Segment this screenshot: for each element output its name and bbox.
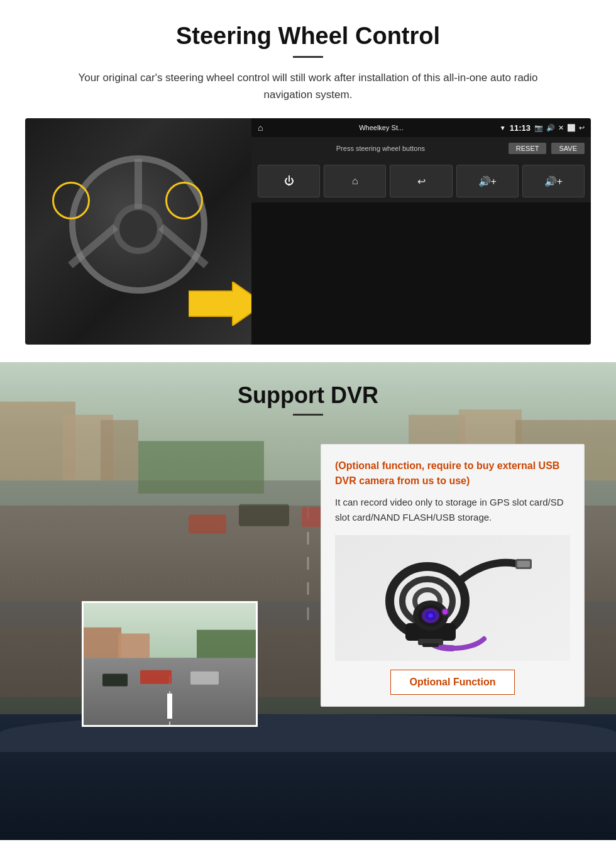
hu-main-area — [251, 202, 591, 345]
hu-close-icon: ✕ — [558, 124, 564, 132]
svg-rect-9 — [138, 441, 264, 494]
hu-press-label: Press steering wheel buttons — [258, 145, 503, 152]
dvr-section: Support DVR — [0, 362, 616, 840]
hu-time: 11:13 — [510, 123, 531, 133]
svg-rect-33 — [517, 561, 530, 567]
dvr-title: Support DVR — [0, 362, 616, 409]
hu-save-button[interactable]: SAVE — [551, 143, 585, 154]
hu-key-vol-up2[interactable]: 🔊+ — [522, 165, 585, 197]
svg-rect-23 — [118, 634, 150, 658]
svg-rect-24 — [197, 630, 256, 658]
steering-section: Steering Wheel Control Your original car… — [0, 0, 616, 362]
hu-appname: Wheelkey St... — [267, 124, 495, 131]
svg-rect-15 — [239, 504, 289, 526]
dvr-camera-image — [335, 535, 570, 661]
hu-key-vol-up[interactable]: 🔊+ — [456, 165, 519, 197]
dvr-info-card: (Optional function, require to buy exter… — [321, 444, 585, 707]
svg-line-2 — [161, 227, 206, 265]
steering-title: Steering Wheel Control — [25, 23, 591, 50]
dvr-dashboard — [0, 714, 616, 840]
svg-rect-8 — [101, 420, 138, 480]
steering-title-divider — [293, 56, 323, 58]
steering-wheel-photo — [25, 118, 251, 345]
svg-rect-22 — [84, 628, 121, 658]
head-unit-ui: ⌂ Wheelkey St... ▼ 11:13 📷 🔊 ✕ ⬜ ↩ Press… — [251, 118, 591, 345]
hu-signal-icon: ▼ — [500, 124, 506, 131]
hu-key-power[interactable]: ⏻ — [258, 165, 320, 197]
svg-rect-14 — [189, 515, 226, 534]
hu-statusbar: ⌂ Wheelkey St... ▼ 11:13 📷 🔊 ✕ ⬜ ↩ — [251, 118, 591, 137]
hu-buttons-row: ⏻ ⌂ ↩ 🔊+ 🔊+ — [251, 160, 591, 202]
dvr-optional-text: (Optional function, require to buy exter… — [335, 458, 570, 489]
hu-volume-icon: 🔊 — [546, 124, 555, 132]
svg-rect-26 — [102, 674, 128, 687]
hu-camera-icon: 📷 — [534, 124, 543, 132]
svg-rect-27 — [140, 670, 172, 684]
svg-point-39 — [428, 614, 433, 618]
optional-function-button[interactable]: Optional Function — [390, 670, 515, 695]
arrow-svg — [189, 282, 251, 326]
hu-window-icon: ⬜ — [567, 124, 576, 132]
hu-toolbar: Press steering wheel buttons RESET SAVE — [251, 137, 591, 160]
hu-status-icons: 📷 🔊 ✕ ⬜ ↩ — [534, 124, 585, 132]
hu-key-back[interactable]: ↩ — [390, 165, 452, 197]
steering-image-wrapper: ⌂ Wheelkey St... ▼ 11:13 📷 🔊 ✕ ⬜ ↩ Press… — [25, 118, 591, 345]
svg-rect-28 — [190, 672, 219, 685]
dvr-thumbnail — [82, 601, 258, 727]
dvr-description: It can record video only to storage in G… — [335, 495, 570, 525]
svg-line-1 — [70, 227, 116, 265]
svg-rect-43 — [422, 643, 439, 647]
hu-back-icon: ↩ — [579, 124, 585, 132]
dvr-camera-svg — [371, 541, 534, 655]
hu-key-home[interactable]: ⌂ — [324, 165, 386, 197]
dvr-thumbnail-line — [167, 694, 172, 719]
hu-reset-button[interactable]: RESET — [509, 143, 547, 154]
hu-home-icon: ⌂ — [258, 123, 263, 133]
svg-point-41 — [441, 608, 449, 616]
svg-marker-3 — [189, 282, 251, 326]
steering-subtitle: Your original car's steering wheel contr… — [63, 69, 553, 103]
dvr-title-divider — [293, 414, 323, 416]
steering-photo: ⌂ Wheelkey St... ▼ 11:13 📷 🔊 ✕ ⬜ ↩ Press… — [25, 118, 591, 345]
